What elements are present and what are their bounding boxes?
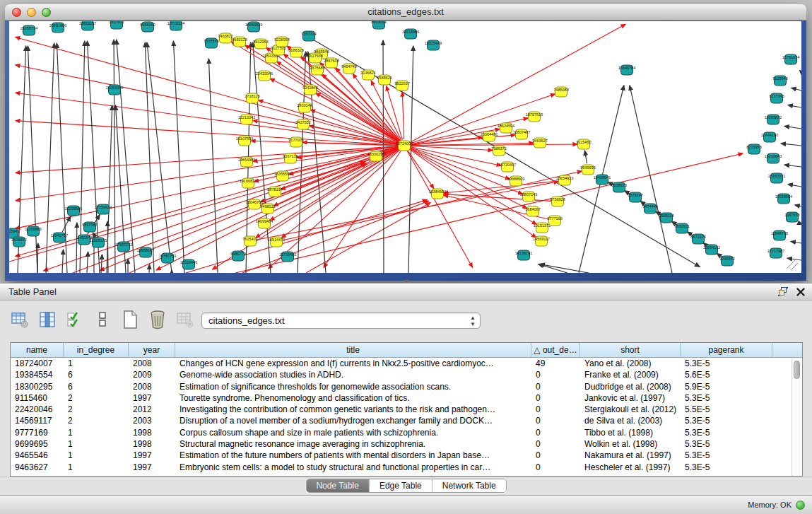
graph-node-9177005[interactable]: 9177005: [288, 137, 303, 147]
graph-node-7515546[interactable]: 7515546: [204, 38, 218, 48]
network-canvas[interactable]: 1872400718300295193845541610755391770059…: [9, 21, 801, 273]
graph-node-8466160[interactable]: 8466160: [140, 22, 155, 32]
graph-node-2718126[interactable]: 2718126: [245, 93, 259, 103]
graph-node-9267130[interactable]: 9267130: [283, 153, 298, 163]
graph-node-16409541[interactable]: 16409541: [594, 175, 611, 185]
graph-node-13325419[interactable]: 13325419: [425, 40, 442, 50]
graph-node-15992071[interactable]: 15992071: [768, 173, 785, 183]
graph-node-18724007[interactable]: 18724007: [396, 141, 413, 151]
graph-node-21055724[interactable]: 21055724: [20, 25, 37, 35]
graph-node-8912954[interactable]: 8912954: [253, 39, 268, 49]
graph-node-15720407[interactable]: 15720407: [499, 162, 516, 172]
window-titlebar[interactable]: citations_edges.txt: [5, 4, 806, 21]
graph-node-10654112[interactable]: 10654112: [703, 245, 720, 255]
column-header-out_degree[interactable]: △ out_de…: [531, 343, 580, 358]
graph-node-16355594[interactable]: 16355594: [274, 171, 291, 181]
graph-node-2526692[interactable]: 2526692: [11, 237, 26, 247]
graph-node-12923446[interactable]: 12923446: [180, 259, 197, 269]
graph-node-15751074[interactable]: 15751074: [782, 54, 799, 64]
graph-node-19654985[interactable]: 19654985: [238, 157, 255, 167]
delete-icon[interactable]: [148, 309, 167, 330]
graph-node-19384554[interactable]: 19384554: [429, 189, 446, 199]
graph-node-14569117[interactable]: 14569117: [533, 236, 550, 246]
graph-node-9427552[interactable]: 9427552: [295, 119, 310, 129]
graph-node-12093832[interactable]: 12093832: [765, 115, 782, 124]
graph-node-7832621[interactable]: 7832621: [674, 223, 689, 233]
graph-node-1588520[interactable]: 1588520: [377, 75, 392, 85]
tab-node-table[interactable]: Node Table: [306, 479, 370, 492]
graph-node-16782759[interactable]: 16782759: [159, 253, 176, 263]
table-settings-icon[interactable]: [10, 309, 30, 330]
column-header-in_degree[interactable]: in_degree: [64, 343, 129, 358]
graph-node-3684067[interactable]: 3684067: [525, 206, 540, 216]
float-panel-icon[interactable]: [778, 286, 788, 299]
graph-node-9227343[interactable]: 9227343: [769, 93, 784, 103]
graph-node-9129946[interactable]: 9129946: [772, 76, 787, 86]
select-columns-icon[interactable]: [37, 309, 57, 330]
graph-node-14099484[interactable]: 14099484: [256, 218, 273, 228]
graph-node-8813054[interactable]: 8813054: [371, 21, 386, 29]
graph-node-8471626[interactable]: 8471626: [690, 234, 705, 244]
graph-node-8186328[interactable]: 8186328: [288, 47, 303, 57]
graph-node-9498222[interactable]: 9498222: [260, 204, 275, 214]
graph-node-7485083[interactable]: 7485083: [553, 87, 568, 97]
graph-node-20206586[interactable]: 20206586: [65, 206, 82, 216]
graph-node-16958167[interactable]: 16958167: [137, 247, 154, 257]
table-row[interactable]: 2242004622012Investigating the contribut…: [11, 404, 802, 415]
graph-node-8454749[interactable]: 8454749: [341, 64, 356, 74]
graph-node-7463822[interactable]: 7463822: [218, 33, 233, 43]
graph-node-16210643[interactable]: 16210643: [765, 153, 782, 163]
graph-node-12942757[interactable]: 12942757: [51, 233, 68, 243]
graph-node-8215953[interactable]: 8215953: [746, 144, 761, 154]
column-checklist-icon[interactable]: [65, 309, 85, 330]
graph-node-12217987[interactable]: 12217987: [767, 248, 784, 258]
graph-node-9777169[interactable]: 9777169: [547, 216, 562, 226]
graph-node-9127508[interactable]: 9127508: [307, 53, 322, 63]
graph-node-18757515[interactable]: 18757515: [526, 112, 543, 122]
table-vertical-scrollbar[interactable]: [792, 358, 801, 476]
column-header-name[interactable]: name: [11, 343, 64, 358]
table-row[interactable]: 1830029562008Estimation of significance …: [11, 381, 802, 392]
graph-node-9245652[interactable]: 9245652: [719, 256, 734, 266]
graph-node-20364486[interactable]: 20364486: [481, 132, 498, 141]
graph-node-20691406[interactable]: 20691406: [49, 23, 66, 33]
graph-node-10719134[interactable]: 10719134: [167, 21, 184, 30]
graph-node-1187533[interactable]: 1187533: [784, 212, 799, 222]
graph-node-5938923[interactable]: 5938923: [611, 182, 626, 192]
column-header-title[interactable]: title: [175, 343, 531, 358]
graph-node-11548708[interactable]: 11548708: [771, 230, 788, 240]
graph-node-9699695[interactable]: 9699695: [580, 165, 595, 175]
graph-node-17016504[interactable]: 17016504: [775, 194, 792, 204]
graph-node-9485779[interactable]: 9485779: [230, 251, 245, 261]
graph-node-12505135[interactable]: 12505135: [90, 238, 107, 247]
graph-node-16107553[interactable]: 16107553: [236, 136, 253, 146]
new-file-icon[interactable]: [120, 309, 140, 330]
scrollbar-thumb[interactable]: [794, 361, 800, 379]
graph-node-13654923[interactable]: 13654923: [556, 175, 573, 185]
graph-node-1527602[interactable]: 1527602: [109, 21, 124, 29]
graph-node-18300295[interactable]: 18300295: [367, 151, 384, 161]
graph-node-9463627[interactable]: 9463627: [532, 138, 547, 148]
graph-node-16914479[interactable]: 16914479: [268, 237, 285, 247]
graph-node-5878334[interactable]: 5878334: [267, 187, 282, 197]
graph-node-9756928[interactable]: 9756928: [550, 197, 565, 206]
graph-node-9146821[interactable]: 9146821: [360, 70, 375, 80]
table-row[interactable]: 977716911998Corpus callosum shape and si…: [11, 427, 802, 438]
graph-node-22420046[interactable]: 22420046: [256, 71, 273, 81]
graph-node-12444190[interactable]: 12444190: [761, 132, 778, 142]
graph-node-19166827[interactable]: 19166827: [240, 178, 257, 188]
row-height-icon[interactable]: [93, 309, 112, 330]
table-row[interactable]: 946554611997Estimation of the future num…: [11, 450, 802, 461]
close-panel-icon[interactable]: [796, 286, 805, 299]
graph-node-16053809[interactable]: 16053809: [245, 22, 262, 32]
table-row[interactable]: 969969511998Structural magnetic resonanc…: [11, 438, 802, 450]
graph-node-9474444[interactable]: 9474444: [642, 204, 657, 214]
graph-node-21053346[interactable]: 21053346: [106, 85, 123, 95]
graph-node-10151372[interactable]: 10151372: [534, 223, 551, 233]
graph-node-7625402[interactable]: 7625402: [242, 236, 257, 246]
graph-node-12213343[interactable]: 12213343: [238, 115, 255, 124]
graph-node-11156869[interactable]: 11156869: [25, 226, 42, 236]
table-source-dropdown[interactable]: citations_edges.txt ▲▼: [201, 313, 481, 329]
graph-node-6879197[interactable]: 6879197: [628, 192, 642, 202]
table-row[interactable]: 1456911722003Disruption of a novel membe…: [11, 415, 802, 426]
